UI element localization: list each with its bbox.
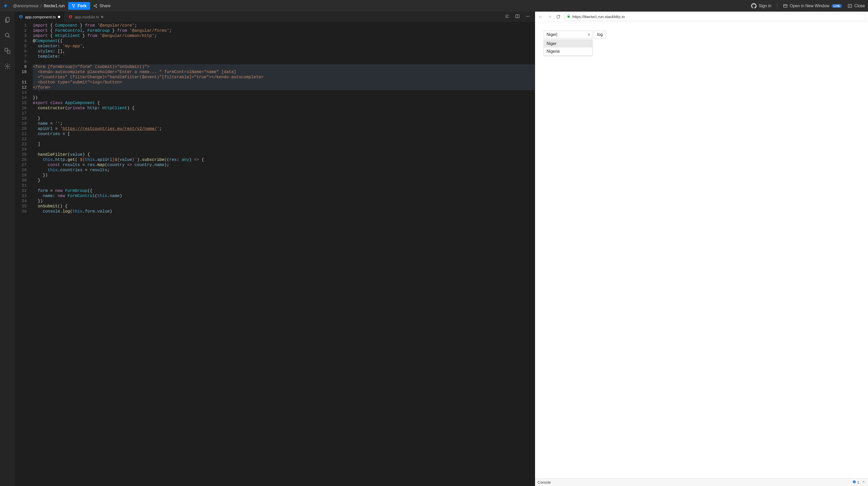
code-line[interactable]: 16 constructor(private http: HttpClient)…	[15, 106, 535, 111]
code-line[interactable]: 20 apiUrl = 'https://restcountries.eu/re…	[15, 126, 535, 131]
code-line[interactable]: 36 console.log(this.form.value)	[15, 209, 535, 214]
code-line[interactable]: 4@Component({	[15, 38, 535, 44]
code-line[interactable]: 17	[15, 111, 535, 116]
editor-actions	[500, 12, 535, 22]
fork-icon	[72, 4, 75, 8]
code-line[interactable]: ="countries" (filterChange)="handleFilte…	[15, 75, 535, 80]
line-number: 4	[15, 38, 33, 44]
code-line[interactable]: 35 onSubmit() {	[15, 204, 535, 209]
split-editor-icon[interactable]	[515, 14, 520, 20]
fork-button[interactable]: Fork	[68, 2, 90, 10]
code-line[interactable]: 29 })	[15, 173, 535, 178]
line-number: 11	[15, 80, 33, 85]
editor-pane: app.component.tsapp.module.ts 1import { …	[15, 12, 535, 486]
svg-point-11	[6, 66, 8, 67]
line-number: 31	[15, 183, 33, 188]
code-line[interactable]: 18 }	[15, 116, 535, 121]
format-icon[interactable]	[505, 14, 509, 20]
code-line[interactable]: 22	[15, 137, 535, 142]
code-line[interactable]: 30 }	[15, 178, 535, 183]
line-number: 2	[15, 28, 33, 33]
code-line[interactable]: 27 const results = res.map(country => co…	[15, 162, 535, 168]
code-text: selector: 'my-app',	[33, 44, 535, 49]
code-line[interactable]: 3import { HttpClient } from '@angular/co…	[15, 33, 535, 38]
main-area: app.component.tsapp.module.ts 1import { …	[0, 12, 868, 486]
line-number: 28	[15, 168, 33, 173]
nav-forward-icon[interactable]	[547, 14, 553, 20]
signin-button[interactable]: Sign in	[751, 3, 771, 9]
code-line[interactable]: 21 countries = [	[15, 131, 535, 137]
code-line[interactable]: 6 styles: [],	[15, 49, 535, 54]
code-line[interactable]: 24	[15, 147, 535, 152]
svg-point-4	[94, 5, 95, 6]
settings-icon[interactable]	[3, 62, 11, 70]
console-bar[interactable]: Console 1	[535, 478, 868, 486]
code-line[interactable]: 31	[15, 183, 535, 188]
reload-icon[interactable]	[555, 14, 561, 20]
share-icon	[93, 4, 97, 8]
code-line[interactable]: 14})	[15, 95, 535, 100]
code-line[interactable]: 10 <kendo-autocomplete placeholder="Ente…	[15, 69, 535, 75]
code-line[interactable]: 2import { FormControl, FormGroup } from …	[15, 28, 535, 33]
more-icon[interactable]	[525, 14, 530, 20]
code-text: `	[33, 90, 535, 95]
code-line[interactable]: 13 `	[15, 90, 535, 95]
code-line[interactable]: 15export class AppComponent {	[15, 100, 535, 106]
nav-back-icon[interactable]	[537, 14, 544, 20]
line-number: 33	[15, 193, 33, 199]
code-line[interactable]: 34 })	[15, 199, 535, 204]
code-line[interactable]: 28 this.countries = results;	[15, 168, 535, 173]
search-icon[interactable]	[3, 31, 11, 39]
svg-rect-7	[848, 4, 852, 7]
open-new-window-label: Open in New Window	[790, 4, 830, 8]
code-text	[33, 147, 535, 152]
breadcrumb-project[interactable]: 8wctw1.run	[44, 4, 65, 8]
line-number: 16	[15, 106, 33, 111]
code-line[interactable]: 12</form>	[15, 85, 535, 90]
breadcrumb-user[interactable]: @anonymous	[13, 4, 38, 8]
breadcrumb-separator: /	[40, 4, 41, 8]
code-line[interactable]: 25 handleFilter(value) {	[15, 152, 535, 157]
address-bar[interactable]: https://8wctw1.run.stackblitz.io	[564, 13, 865, 21]
code-line[interactable]: 26 this.http.get(`${this.apiUrl}${value}…	[15, 157, 535, 162]
line-number: 29	[15, 173, 33, 178]
code-text: import { FormControl, FormGroup } from '…	[33, 28, 535, 33]
chevron-up-icon[interactable]	[862, 480, 865, 484]
code-line[interactable]: 19 name = '';	[15, 121, 535, 126]
tab-bar: app.component.tsapp.module.ts	[15, 12, 535, 22]
share-button[interactable]: Share	[93, 4, 111, 8]
code-text: this.countries = results;	[33, 168, 535, 173]
autocomplete-item[interactable]: Nigeria	[544, 47, 592, 55]
share-button-label: Share	[99, 4, 111, 8]
code-line[interactable]: 9<form [formGroup]="form" (submit)="onSu…	[15, 64, 535, 69]
preview-pane: https://8wctw1.run.stackblitz.io Niger ✕…	[535, 12, 868, 486]
editor-tab[interactable]: app.component.ts	[15, 12, 64, 22]
code-text: countries = [	[33, 131, 535, 137]
editor-tab[interactable]: app.module.ts	[64, 12, 107, 22]
svg-point-5	[96, 7, 97, 7]
files-icon[interactable]	[3, 16, 11, 24]
code-editor[interactable]: 1import { Component } from '@angular/cor…	[15, 22, 535, 486]
autocomplete-item[interactable]: Niger	[544, 40, 592, 47]
line-number: 21	[15, 131, 33, 137]
code-line[interactable]: 23 ]	[15, 142, 535, 147]
code-text: import { Component } from '@angular/core…	[33, 23, 535, 28]
ports-icon[interactable]	[3, 47, 11, 55]
code-line[interactable]: 33 name: new FormControl(this.name)	[15, 193, 535, 199]
code-line[interactable]: 11 <button type="submit">log</button>	[15, 80, 535, 85]
autocomplete-input[interactable]: Niger ✕	[544, 31, 592, 38]
code-line[interactable]: 32 form = new FormGroup({	[15, 188, 535, 193]
code-line[interactable]: 5 selector: 'my-app',	[15, 44, 535, 49]
code-line[interactable]: 1import { Component } from '@angular/cor…	[15, 23, 535, 28]
open-new-window-button[interactable]: Open in New Window LIVE	[783, 4, 842, 8]
clear-input-icon[interactable]: ✕	[587, 32, 591, 37]
code-line[interactable]: 7 template: `	[15, 54, 535, 59]
line-number: 30	[15, 178, 33, 183]
console-label: Console	[537, 480, 551, 484]
close-button[interactable]: Close	[847, 4, 865, 8]
code-text: <form [formGroup]="form" (submit)="onSub…	[33, 64, 535, 69]
code-line[interactable]: 8	[15, 59, 535, 64]
log-button[interactable]: log	[594, 31, 606, 38]
line-number: 36	[15, 209, 33, 214]
line-number: 12	[15, 85, 33, 90]
